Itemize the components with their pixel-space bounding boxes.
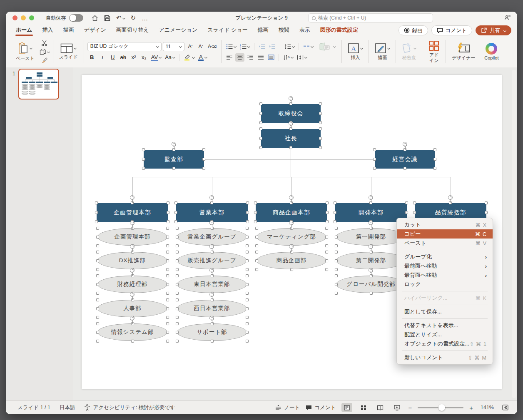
selection-handle[interactable] xyxy=(246,259,249,262)
font-name-select[interactable]: BIZ UD ゴシック xyxy=(87,42,162,51)
selection-handle[interactable] xyxy=(142,167,145,170)
selection-handle[interactable] xyxy=(95,211,98,214)
selection-handle[interactable] xyxy=(176,292,179,295)
selection-handle[interactable] xyxy=(255,244,258,247)
draw-button[interactable]: 描画 xyxy=(372,42,392,62)
format-painter-icon[interactable] xyxy=(40,57,50,64)
selection-handle[interactable] xyxy=(176,268,179,271)
org-chart-box[interactable]: 取締役会 xyxy=(261,104,321,123)
selection-handle[interactable] xyxy=(167,220,169,223)
selection-handle[interactable] xyxy=(95,220,98,223)
selection-handle[interactable] xyxy=(176,340,179,343)
selection-handle[interactable] xyxy=(96,259,99,262)
selection-handle[interactable] xyxy=(202,148,205,151)
org-chart-box[interactable]: 経営会議 xyxy=(375,150,435,169)
numbered-list-button[interactable]: 123 xyxy=(239,42,251,51)
addins-button[interactable]: アドイン xyxy=(426,39,442,64)
decrease-font-icon[interactable]: Aˇ xyxy=(196,42,205,51)
selection-handle[interactable] xyxy=(166,298,169,301)
selection-handle[interactable] xyxy=(413,211,416,214)
selection-handle[interactable] xyxy=(319,112,322,115)
character-spacing-button[interactable]: AV xyxy=(150,53,162,62)
org-chart-box[interactable]: 監査部 xyxy=(144,150,204,169)
tab-0[interactable]: ホーム xyxy=(12,24,37,37)
selection-handle[interactable] xyxy=(131,340,134,343)
font-size-select[interactable]: 11 xyxy=(163,42,184,51)
selection-handle[interactable] xyxy=(373,158,376,161)
selection-handle[interactable] xyxy=(246,298,249,301)
selection-handle[interactable] xyxy=(246,292,249,295)
rotation-handle[interactable] xyxy=(448,195,453,200)
selection-handle[interactable] xyxy=(176,244,179,247)
sensitivity-button[interactable]: 秘密度 xyxy=(399,42,418,62)
selection-handle[interactable] xyxy=(96,292,99,295)
smartart-convert-button[interactable] xyxy=(316,42,338,51)
autosave-toggle[interactable] xyxy=(69,14,83,22)
selection-handle[interactable] xyxy=(325,251,328,253)
home-icon[interactable] xyxy=(92,15,98,21)
rotation-handle[interactable] xyxy=(130,316,134,321)
designer-button[interactable]: デザイナー xyxy=(449,42,478,62)
selection-handle[interactable] xyxy=(176,316,179,319)
align-center-icon[interactable] xyxy=(235,53,244,62)
selection-handle[interactable] xyxy=(259,127,262,130)
rotation-handle[interactable] xyxy=(130,244,134,249)
rotation-handle[interactable] xyxy=(209,195,214,200)
selection-handle[interactable] xyxy=(96,322,99,325)
align-left-icon[interactable] xyxy=(225,53,234,62)
selection-handle[interactable] xyxy=(246,340,249,343)
org-chart-box[interactable]: 西日本営業部 xyxy=(177,300,247,317)
selection-handle[interactable] xyxy=(166,307,169,310)
rotation-handle[interactable] xyxy=(172,142,176,147)
selection-handle[interactable] xyxy=(319,127,322,130)
selection-handle[interactable] xyxy=(176,307,179,310)
line-spacing-button[interactable] xyxy=(283,42,296,51)
copy-icon[interactable] xyxy=(40,48,50,55)
rotation-handle[interactable] xyxy=(209,292,214,297)
selection-handle[interactable] xyxy=(334,201,336,204)
menu-item-17[interactable]: 新しいコメント⇧ ⌘ M xyxy=(397,353,493,362)
selection-handle[interactable] xyxy=(246,211,249,214)
comments-button[interactable]: コメント xyxy=(431,25,472,35)
selection-handle[interactable] xyxy=(246,316,249,319)
font-color-button[interactable]: A xyxy=(197,53,208,62)
org-chart-box[interactable]: 財務経理部 xyxy=(97,276,167,293)
org-chart-box[interactable]: 開発本部 xyxy=(335,203,407,222)
selection-handle[interactable] xyxy=(166,292,169,295)
selection-handle[interactable] xyxy=(96,251,99,253)
org-chart-box[interactable]: 情報システム部 xyxy=(97,323,167,341)
org-chart-box[interactable]: 第二開発部 xyxy=(336,252,406,269)
selection-handle[interactable] xyxy=(96,298,99,301)
zoom-slider-thumb[interactable] xyxy=(438,404,445,411)
selection-handle[interactable] xyxy=(405,201,408,204)
text-direction-button[interactable]: A xyxy=(282,53,294,62)
selection-handle[interactable] xyxy=(413,201,416,204)
highlight-color-button[interactable] xyxy=(182,53,196,62)
rotation-handle[interactable] xyxy=(369,268,373,273)
minimize-button[interactable] xyxy=(21,15,26,20)
selection-handle[interactable] xyxy=(259,137,262,140)
rotation-handle[interactable] xyxy=(403,142,407,147)
org-chart-box[interactable]: 販売推進グループ xyxy=(177,252,247,269)
insert-textbox-button[interactable]: A 挿入 xyxy=(345,42,365,62)
selection-handle[interactable] xyxy=(246,268,249,271)
selection-handle[interactable] xyxy=(326,201,329,204)
selection-handle[interactable] xyxy=(176,322,179,325)
selection-handle[interactable] xyxy=(176,298,179,301)
superscript-button[interactable]: x² xyxy=(129,53,138,62)
selection-handle[interactable] xyxy=(254,211,257,214)
menu-item-4[interactable]: グループ化› xyxy=(397,252,493,261)
selection-handle[interactable] xyxy=(405,211,408,214)
selection-handle[interactable] xyxy=(142,148,145,151)
selection-handle[interactable] xyxy=(319,146,322,149)
selection-handle[interactable] xyxy=(335,274,338,277)
rotation-handle[interactable] xyxy=(209,244,214,249)
more-commands-icon[interactable]: … xyxy=(142,15,148,22)
org-chart-box[interactable]: 企画管理本部 xyxy=(97,203,168,222)
rotation-handle[interactable] xyxy=(289,195,294,200)
selection-handle[interactable] xyxy=(96,316,99,319)
slideshow-view-button[interactable] xyxy=(391,403,402,412)
selection-handle[interactable] xyxy=(176,283,179,286)
rotation-handle[interactable] xyxy=(369,195,373,200)
rotation-handle[interactable] xyxy=(130,195,134,200)
